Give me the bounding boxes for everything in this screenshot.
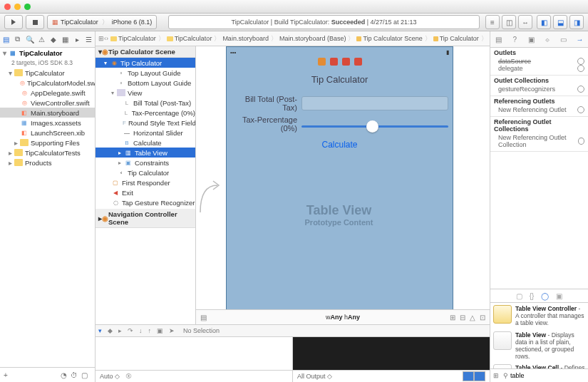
recent-icon[interactable]: ⏱	[71, 371, 78, 379]
identity-inspector-icon[interactable]: ▣	[527, 35, 536, 44]
tax-slider[interactable]	[301, 125, 448, 128]
size-class-bar[interactable]: ▤ wAny hAny ⊞ ⊟ △ ⊡	[196, 309, 490, 324]
traffic-lights[interactable]	[4, 4, 31, 10]
jump-bar[interactable]: ⊞ ‹ › TipCalculator〉 TipCalculator〉 Main…	[96, 31, 490, 46]
find-navigator-icon[interactable]: 🔍	[26, 36, 33, 43]
version-editor-button[interactable]: ↔	[518, 15, 532, 29]
jump-seg[interactable]: Tip Calculator	[431, 35, 481, 42]
tree-file[interactable]: ◎TipCalculatorModel.swift	[0, 78, 95, 88]
assistant-editor-button[interactable]: ◫	[502, 15, 516, 29]
library-item[interactable]: Table View Cell - Defines the attributes…	[490, 362, 588, 368]
outline-scene-header[interactable]: ▸◉Navigation Controller Scene	[96, 209, 195, 228]
code-snippet-library-icon[interactable]: {}	[530, 292, 535, 300]
help-inspector-icon[interactable]: ?	[510, 35, 520, 44]
tree-group[interactable]: ▾TipCalculator	[0, 68, 95, 78]
project-root[interactable]: ▾▦TipCalculator	[0, 48, 95, 58]
pin-icon[interactable]: ⊟	[460, 314, 465, 321]
outline-view[interactable]: ▾View	[96, 88, 195, 98]
hide-debug-icon[interactable]: ▾	[98, 327, 102, 334]
tree-file[interactable]: ◧LaunchScreen.xib	[0, 128, 95, 138]
align-icon[interactable]: ⊞	[450, 314, 455, 321]
inspector-item[interactable]: gestureRecognizers	[494, 86, 584, 93]
symbol-navigator-icon[interactable]: ⧉	[14, 36, 21, 43]
toggle-inspector-button[interactable]: ◨	[569, 15, 584, 29]
jump-seg[interactable]: Tip Calculator Scene	[354, 35, 424, 42]
run-button[interactable]	[4, 15, 23, 29]
tree-group[interactable]: ▸Products	[0, 158, 95, 167]
tree-file[interactable]: ◎ViewController.swift	[0, 98, 95, 108]
jump-seg[interactable]: Main.storyboard (Base)	[277, 35, 349, 42]
continue-icon[interactable]: ▸	[118, 327, 122, 334]
outline-item[interactable]: LTax-Percentage (0%)	[96, 108, 195, 118]
connection-dot-icon[interactable]	[577, 65, 584, 72]
connection-dot-icon[interactable]	[578, 138, 584, 145]
inspector-item[interactable]: dataSource	[494, 58, 584, 65]
report-navigator-icon[interactable]: ☰	[85, 36, 93, 43]
auto-selector[interactable]: Auto ◇	[100, 373, 120, 380]
toggle-navigator-button[interactable]: ◧	[537, 15, 551, 29]
scene-dock[interactable]	[227, 57, 453, 66]
outline-item[interactable]: ▸▣Constraints	[96, 158, 195, 167]
outline-item[interactable]: BCalculate	[96, 138, 195, 148]
outline-item[interactable]: ▢First Responder	[96, 177, 195, 187]
step-out-icon[interactable]: ↑	[148, 327, 152, 334]
toggle-debug-button[interactable]: ⬓	[553, 15, 567, 29]
outline-item[interactable]: ◀Exit	[96, 187, 195, 197]
exit-icon[interactable]	[342, 58, 350, 66]
connection-dot-icon[interactable]	[577, 86, 584, 93]
document-outline[interactable]: ▾◉Tip Calculator Scene ▾◉Tip Calculator …	[96, 46, 196, 324]
library-item[interactable]: Table View - Displays data in a list of …	[490, 329, 588, 363]
file-template-library-icon[interactable]: ▢	[516, 292, 522, 300]
breakpoints-icon[interactable]: ◆	[108, 327, 113, 334]
device-frame[interactable]: •••▮ Tip Calculator Bill Total (Post-Tax…	[226, 46, 453, 309]
output-selector[interactable]: All Output ◇	[297, 373, 332, 380]
debug-view-toggle[interactable]	[463, 371, 485, 381]
connections-inspector[interactable]: OutletsdataSourcedelegateOutlet Collecti…	[490, 48, 588, 289]
outline-item[interactable]: ▫Top Layout Guide	[96, 68, 195, 78]
inspector-item[interactable]: New Referencing Outlet	[494, 106, 584, 113]
outline-item[interactable]: ▫Bottom Layout Guide	[96, 78, 195, 88]
related-items-icon[interactable]: ⊞	[98, 35, 104, 42]
connections-inspector-icon[interactable]: →	[575, 35, 584, 44]
grid-icon[interactable]: ⊞	[493, 372, 499, 379]
connection-dot-icon[interactable]	[577, 58, 584, 65]
filter-icon[interactable]: ⦿	[125, 373, 132, 380]
outline-item[interactable]: ◌Tap Gesture Recognizer	[96, 197, 195, 207]
outline-controller[interactable]: ▾◉Tip Calculator	[96, 58, 195, 68]
tree-file[interactable]: ◎AppDelegate.swift	[0, 88, 95, 98]
add-icon[interactable]: +	[4, 371, 8, 379]
step-over-icon[interactable]: ↷	[128, 327, 133, 334]
inspector-item[interactable]: delegate	[494, 65, 584, 72]
close-icon[interactable]	[4, 4, 11, 10]
calculate-button[interactable]: Calculate	[231, 140, 448, 150]
tree-group[interactable]: ▸TipCalculatorTests	[0, 148, 95, 158]
outline-item-selected[interactable]: ▸▥Table View	[96, 148, 195, 158]
inspector-item[interactable]: New Referencing Outlet Collection	[494, 134, 584, 148]
view-debug-icon[interactable]: ▣	[157, 327, 163, 334]
minimize-icon[interactable]	[14, 4, 21, 10]
tree-file[interactable]: ▦Images.xcassets	[0, 118, 95, 128]
variables-view[interactable]	[96, 337, 293, 370]
zoom-icon[interactable]	[24, 4, 31, 10]
outline-toggle-icon[interactable]: ▤	[200, 314, 207, 321]
bill-textfield[interactable]	[301, 96, 448, 110]
library-search-input[interactable]	[508, 371, 588, 381]
library-items[interactable]: Table View Controller - A controller tha…	[490, 303, 588, 368]
location-icon[interactable]: ➤	[169, 327, 175, 334]
project-tree[interactable]: ▾▦TipCalculator 2 targets, iOS SDK 8.3 ▾…	[0, 48, 95, 367]
jump-seg[interactable]: Main.storyboard	[220, 35, 271, 42]
first-responder-icon[interactable]	[330, 58, 338, 66]
outline-scene-header[interactable]: ▾◉Tip Calculator Scene	[96, 46, 195, 58]
project-navigator-icon[interactable]: ▤	[2, 36, 10, 43]
connection-dot-icon[interactable]	[577, 106, 584, 113]
attributes-inspector-icon[interactable]: ⟐	[542, 35, 552, 44]
outline-item[interactable]: —Horizontal Slider	[96, 128, 195, 138]
library-item[interactable]: Table View Controller - A controller tha…	[490, 303, 588, 329]
tree-file-selected[interactable]: ◧Main.storyboard	[0, 108, 95, 118]
debug-navigator-icon[interactable]: ▦	[61, 36, 69, 43]
scheme-selector[interactable]: ▦ TipCalculator 〉 iPhone 6 (8.1)	[47, 15, 157, 29]
jump-seg[interactable]: TipCalculator	[165, 35, 215, 42]
outline-item[interactable]: LBill Total (Post-Tax)	[96, 98, 195, 108]
size-inspector-icon[interactable]: ▭	[559, 35, 568, 44]
test-navigator-icon[interactable]: ◆	[49, 36, 57, 43]
